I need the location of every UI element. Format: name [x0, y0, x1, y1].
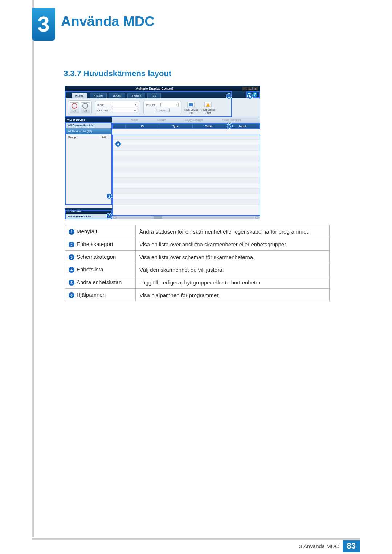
all-device-list[interactable]: All Device List (00)	[65, 128, 112, 134]
table-row[interactable]	[112, 140, 260, 145]
table-row[interactable]	[112, 183, 260, 189]
table-row[interactable]	[112, 194, 260, 200]
legend-name: Enhetslista	[77, 266, 103, 272]
chapter-title: Använda MDC	[61, 14, 155, 29]
app-window: Multiple Display Control – □ x Home Pict…	[65, 86, 260, 219]
fault-label: Fault Device	[184, 108, 198, 111]
table-row[interactable]	[112, 178, 260, 183]
scroll-track[interactable]	[117, 216, 254, 219]
group-row: Group Edit	[65, 134, 112, 140]
col-power[interactable]: Power	[193, 123, 226, 129]
table-row[interactable]	[112, 151, 260, 156]
sidebar: ▾ LFD Device All Connection List All Dev…	[65, 117, 112, 219]
all-connection-list[interactable]: All Connection List	[65, 123, 112, 128]
legend-desc: Visa en lista över scheman för skärmenhe…	[136, 251, 330, 263]
tab-home[interactable]: Home	[72, 93, 87, 98]
group-label: Group	[68, 136, 76, 139]
scroll-right-icon[interactable]: ▸	[255, 216, 259, 219]
all-schedule-list[interactable]: All Schedule List	[65, 214, 112, 219]
grid-header: ID Type Power Input	[112, 123, 260, 129]
table-row[interactable]	[112, 145, 260, 151]
toolbar: On Off Input ▾ Channel ▴▾ Volume ▸ Mute	[65, 98, 260, 117]
volume-group: Volume ▸ Mute	[143, 101, 181, 114]
col-check[interactable]	[112, 123, 126, 129]
device-grid[interactable]	[112, 129, 260, 215]
footer-page-number: 83	[343, 540, 360, 552]
fault-device-alert[interactable]: Fault Device Alert	[201, 102, 215, 114]
power-off-label: Off	[83, 110, 87, 112]
alert-icon	[204, 102, 212, 108]
table-row[interactable]	[112, 172, 260, 178]
legend-name: Hjälpämnen	[77, 292, 106, 298]
copy-settings-button[interactable]: Copy Settings	[185, 118, 203, 122]
input-select[interactable]: ▾	[112, 103, 138, 107]
col-id[interactable]: ID	[126, 123, 159, 129]
schedule-header[interactable]: ▾ Schedule	[65, 208, 112, 214]
action-bar: Move Delete Copy Settings Paste Settings	[112, 117, 260, 123]
tab-picture[interactable]: Picture	[90, 93, 107, 98]
fault-count: (0)	[189, 111, 193, 114]
annotation-2: 2	[106, 193, 112, 199]
annotation-6: 6	[247, 93, 253, 99]
scroll-thumb[interactable]	[154, 216, 162, 219]
table-row[interactable]	[112, 134, 260, 140]
fault-group: Fault Device (0) Fault Device Alert	[184, 102, 215, 114]
tab-tool[interactable]: Tool	[147, 93, 161, 98]
power-off-button[interactable]: Off	[81, 102, 90, 113]
legend-desc: Visa hjälpämnen för programmet.	[136, 289, 330, 301]
legend-name: Menyfält	[77, 228, 97, 234]
input-group: Input ▾ Channel ▴▾	[95, 101, 140, 114]
legend-name: Enhetskategori	[77, 241, 113, 247]
annotation-5: 5	[227, 123, 233, 129]
power-icon	[82, 103, 88, 109]
channel-label: Channel	[97, 109, 110, 112]
left-stripe	[32, 0, 34, 537]
fault-device-count[interactable]: Fault Device (0)	[184, 102, 198, 114]
volume-slider[interactable]: ▸	[160, 103, 179, 107]
maximize-button[interactable]: □	[248, 87, 253, 90]
close-button[interactable]: x	[253, 87, 258, 90]
power-group: On Off	[68, 100, 92, 115]
table-row[interactable]	[112, 161, 260, 167]
legend-desc: Visa en lista över anslutna skärmenheter…	[136, 238, 330, 251]
table-row[interactable]	[112, 156, 260, 161]
move-button[interactable]: Move	[131, 118, 138, 122]
legend-row: 3SchemakategoriVisa en lista över schema…	[65, 251, 330, 263]
section-heading: 3.3.7 Huvudskärmens layout	[64, 69, 171, 78]
legend-desc: Lägg till, redigera, byt grupper eller t…	[136, 276, 330, 289]
legend-number: 5	[69, 280, 74, 286]
delete-button[interactable]: Delete	[157, 118, 166, 122]
channel-stepper[interactable]: ▴▾	[112, 108, 138, 112]
legend-row: 5Ändra enhetslistanLägg till, redigera, …	[65, 276, 330, 289]
fault-alert-label: Alert	[205, 111, 211, 114]
footer-stripe	[32, 538, 360, 540]
legend-row: 6HjälpämnenVisa hjälpämnen för programme…	[65, 289, 330, 301]
annotation-3: 3	[106, 213, 112, 219]
table-row[interactable]	[112, 200, 260, 205]
fault-icon	[187, 102, 195, 108]
lfd-device-header[interactable]: ▾ LFD Device	[65, 117, 112, 123]
tab-sound[interactable]: Sound	[109, 93, 125, 98]
page-footer: 3 Använda MDC 83	[0, 538, 392, 554]
mute-button[interactable]: Mute	[155, 108, 170, 112]
table-row[interactable]	[112, 129, 260, 134]
table-row[interactable]	[112, 189, 260, 194]
legend-desc: Ändra statusen för en skärmenhet eller e…	[136, 225, 330, 238]
input-label: Input	[97, 103, 110, 107]
annotation-4: 4	[115, 141, 121, 147]
tab-system[interactable]: System	[127, 93, 145, 98]
minimize-button[interactable]: –	[242, 87, 247, 90]
scroll-left-icon[interactable]: ◂	[113, 216, 117, 219]
paste-settings-button[interactable]: Paste Settings	[222, 118, 241, 122]
help-icon[interactable]: ?	[252, 92, 257, 97]
legend-table: 1MenyfältÄndra statusen för en skärmenhe…	[65, 225, 330, 301]
col-type[interactable]: Type	[159, 123, 193, 129]
power-on-button[interactable]: On	[70, 102, 79, 113]
section-number: 3.3.7	[64, 69, 81, 78]
titlebar: Multiple Display Control – □ x	[65, 86, 260, 91]
table-row[interactable]	[112, 167, 260, 172]
annotation-1: 1	[226, 93, 232, 99]
fault-label: Fault Device	[201, 108, 215, 111]
horizontal-scrollbar[interactable]: ◂ ▸	[112, 215, 260, 219]
edit-group-button[interactable]: Edit	[99, 135, 109, 139]
